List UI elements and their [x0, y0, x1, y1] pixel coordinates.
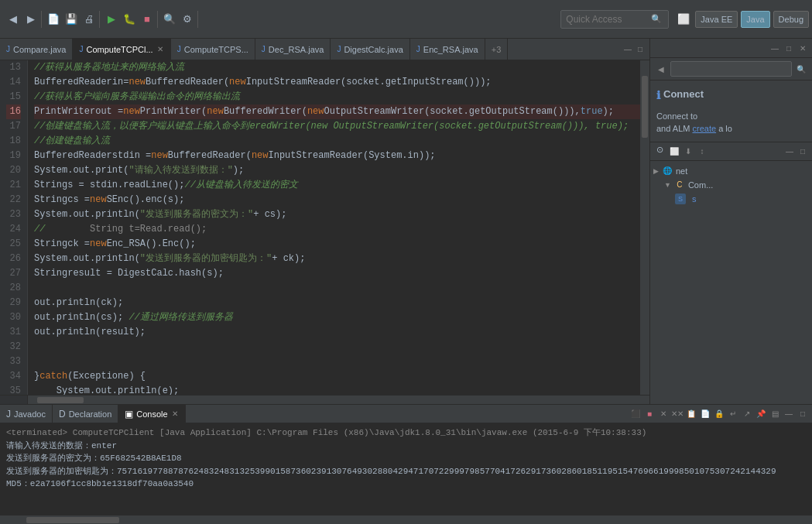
- console-paste-btn[interactable]: 📄: [699, 408, 711, 420]
- tree-arrow-net: ▶: [653, 167, 659, 175]
- outline-btn-1[interactable]: ⬜: [668, 145, 680, 157]
- code-line-32: [34, 340, 643, 354]
- console-content[interactable]: <terminated> ComputeTCPClient [Java Appl…: [0, 423, 812, 515]
- console-minimize-btn[interactable]: —: [783, 408, 795, 420]
- console-copy-btn[interactable]: 📋: [685, 408, 697, 420]
- panel-back-btn[interactable]: ◀: [655, 63, 667, 75]
- panel-search-go-btn[interactable]: 🔍: [795, 63, 807, 75]
- outline-collapse-btn[interactable]: ⬇: [682, 145, 694, 157]
- console-scroll-lock-btn[interactable]: 🔒: [713, 408, 725, 420]
- tree-icon-method: S: [675, 194, 686, 204]
- toolbar-forward-btn[interactable]: ▶: [22, 11, 39, 28]
- tab-decrementsa[interactable]: J Dec_RSA.java: [255, 39, 331, 60]
- tab-console-label: Console: [136, 409, 167, 419]
- maximize-btn[interactable]: ⬜: [675, 11, 692, 28]
- toolbar-save-btn[interactable]: 💾: [63, 11, 80, 28]
- toolbar-group-misc: 🔍 ⚙: [159, 11, 198, 28]
- console-terminate-btn[interactable]: ■: [643, 408, 656, 420]
- console-open-btn[interactable]: ↗: [741, 408, 753, 420]
- console-remove-btn[interactable]: ✕✕: [671, 408, 684, 420]
- toolbar-back-btn[interactable]: ◀: [5, 11, 22, 28]
- tab-icon-decrementsa: J: [262, 45, 266, 53]
- scrollbar-track[interactable]: [3, 517, 809, 523]
- perspective-javaee-btn[interactable]: Java EE: [695, 11, 738, 28]
- outline-maximize-btn[interactable]: □: [797, 145, 809, 157]
- search-input[interactable]: [566, 14, 651, 25]
- perspective-switcher: ⬜ Java EE Java Debug: [670, 11, 809, 28]
- tab-icon-digestcalc: J: [337, 45, 341, 53]
- line-numbers: 13 14 15 16 17 18 19 20 21 22 23 24 25 2…: [0, 60, 28, 395]
- tab-encrsa[interactable]: J Enc_RSA.java: [410, 39, 485, 60]
- console-word-wrap-btn[interactable]: ↵: [727, 408, 739, 420]
- outline-buttons: ⊙ ⬜ ⬇ ↕: [653, 145, 708, 157]
- console-disconnect-btn[interactable]: ✕: [657, 408, 670, 420]
- tab-javadoc-label: Javadoc: [14, 409, 46, 419]
- scrollbar-thumb[interactable]: [26, 517, 119, 523]
- code-line-21: String s = stdin.readLine(); //从键盘输入待发送的…: [34, 178, 643, 193]
- code-editor[interactable]: 13 14 15 16 17 18 19 20 21 22 23 24 25 2…: [0, 60, 649, 395]
- console-maximize-btn[interactable]: □: [797, 408, 809, 420]
- tab-label-computetcp: ComputeTCPCl...: [86, 45, 152, 54]
- code-line-28: [34, 281, 643, 296]
- toolbar-stop-btn[interactable]: ■: [139, 11, 156, 28]
- bottom-panel: J Javadoc D Declaration ▣ Console ✕ ⬛ ■ …: [0, 404, 812, 524]
- console-clear-btn[interactable]: ⬛: [629, 408, 642, 420]
- tab-computetcps[interactable]: J ComputeTCPS...: [171, 39, 255, 60]
- code-content[interactable]: //获得从服务器地址来的网络输入流 BufferedReader in = ne…: [28, 60, 649, 395]
- right-panel-minimize[interactable]: —: [769, 42, 781, 54]
- tree-item-method[interactable]: S s: [653, 192, 809, 206]
- tab-digestcalc[interactable]: J DigestCalc.java: [331, 39, 409, 60]
- toolbar-group-project: 📄 💾 🖨: [43, 11, 100, 28]
- toolbar-search-btn[interactable]: 🔍: [161, 11, 178, 28]
- code-line-31: out.println(result);: [34, 325, 643, 340]
- code-line-30: out.println(cs); //通过网络传送到服务器: [34, 310, 643, 325]
- editor-minimize-btn[interactable]: —: [622, 43, 634, 56]
- main-toolbar: ◀ ▶ 📄 💾 🖨 ▶ 🐛 ■ 🔍 ⚙ 🔍 ⬜ Java EE Java Deb…: [0, 0, 812, 39]
- tab-declaration[interactable]: D Declaration: [53, 405, 118, 423]
- tab-icon-encrsa: J: [416, 45, 420, 53]
- console-pin-btn[interactable]: 📌: [755, 408, 767, 420]
- tab-javadoc[interactable]: J Javadoc: [0, 405, 53, 423]
- panel-search-input[interactable]: [670, 61, 792, 77]
- outline-panel: ⊙ ⬜ ⬇ ↕ — □ ▶ 🌐 net ▼ C: [650, 142, 812, 405]
- vertical-scrollbar[interactable]: [640, 60, 649, 395]
- tab-declaration-label: Declaration: [69, 409, 112, 419]
- tab-more[interactable]: +3: [485, 39, 509, 60]
- toolbar-print-btn[interactable]: 🖨: [81, 11, 98, 28]
- toolbar-settings-btn[interactable]: ⚙: [179, 11, 196, 28]
- bottom-tab-bar: J Javadoc D Declaration ▣ Console ✕ ⬛ ■ …: [0, 405, 812, 423]
- console-display-btn[interactable]: ▤: [769, 408, 781, 420]
- toolbar-new-btn[interactable]: 📄: [45, 11, 62, 28]
- tab-label-decrementsa: Dec_RSA.java: [269, 45, 324, 54]
- code-line-26: System.out.println("发送到服务器的加密钥匙为：" + ck)…: [34, 252, 643, 266]
- console-terminated-line: <terminated> ComputeTCPClient [Java Appl…: [6, 426, 806, 440]
- tree-item-com[interactable]: ▼ C Com...: [653, 178, 809, 192]
- code-line-29: out.println(ck);: [34, 296, 643, 310]
- tab-close-computetcp[interactable]: ✕: [156, 45, 164, 53]
- toolbar-run-btn[interactable]: ▶: [103, 11, 120, 28]
- toolbar-debug-btn[interactable]: 🐛: [121, 11, 138, 28]
- perspective-java-btn[interactable]: Java: [741, 11, 769, 28]
- editor-maximize-btn[interactable]: □: [634, 43, 646, 56]
- tab-computetcpclient[interactable]: J ComputeTCPCl... ✕: [73, 39, 170, 60]
- tree-label-method: s: [689, 194, 697, 204]
- connect-create-link[interactable]: create: [692, 124, 716, 133]
- quick-access-search[interactable]: 🔍: [560, 10, 669, 29]
- outline-sync-btn[interactable]: ↕: [696, 145, 708, 157]
- info-icon: ℹ: [656, 87, 660, 104]
- perspective-debug-btn[interactable]: Debug: [773, 11, 809, 28]
- tree-item-net[interactable]: ▶ 🌐 net: [653, 164, 809, 178]
- outline-toolbar: ⊙ ⬜ ⬇ ↕ — □: [650, 142, 812, 161]
- code-line-20: System.out.print("请输入待发送到数据：");: [34, 163, 643, 178]
- tab-compare[interactable]: J Compare.java: [0, 39, 73, 60]
- console-tab-close[interactable]: ✕: [171, 409, 179, 418]
- tab-console[interactable]: ▣ Console ✕: [118, 405, 185, 423]
- code-line-19: BufferedReader stdin = new BufferedReade…: [34, 149, 643, 163]
- right-panel-maximize[interactable]: □: [783, 42, 795, 54]
- bottom-scrollbar[interactable]: [0, 515, 812, 524]
- outline-minimize-btn[interactable]: —: [783, 145, 796, 157]
- horizontal-scrollbar[interactable]: [0, 395, 649, 404]
- panel-search-bar: ◀ 🔍: [650, 58, 812, 80]
- right-panel-close[interactable]: ✕: [797, 42, 809, 54]
- code-line-15: //获得从客户端向服务器端输出命令的网络输出流: [34, 90, 643, 104]
